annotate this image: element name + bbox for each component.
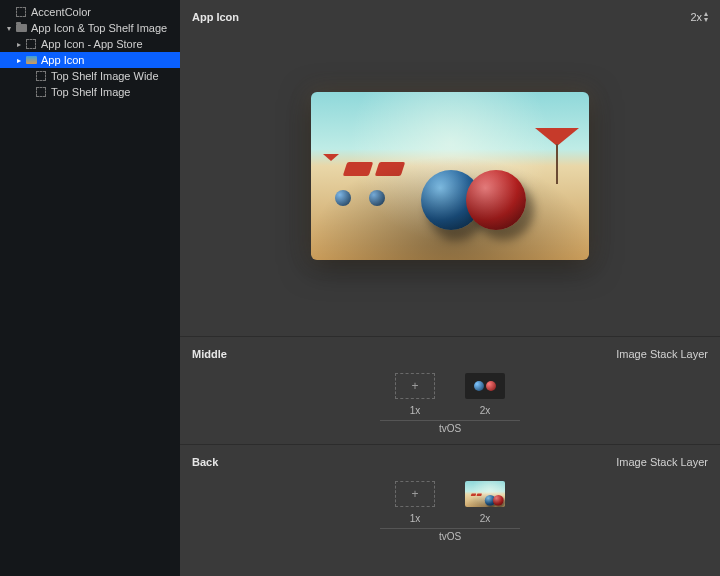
image-slot-2x: 2x bbox=[465, 481, 505, 524]
section-subtitle: Image Stack Layer bbox=[616, 348, 708, 360]
navigator-sidebar: AccentColor ▾ App Icon & Top Shelf Image… bbox=[0, 0, 180, 576]
image-slot-1x: + 1x bbox=[395, 373, 435, 416]
image-slot-2x: 2x bbox=[465, 373, 505, 416]
ball-blue-icon bbox=[474, 381, 484, 391]
section-header: Middle Image Stack Layer bbox=[192, 345, 708, 363]
sidebar-item-appicon-appstore[interactable]: ▸ App Icon - App Store bbox=[0, 36, 180, 52]
section-title: App Icon bbox=[192, 11, 239, 23]
slot-label: 2x bbox=[480, 513, 491, 524]
image-thumbnail[interactable] bbox=[465, 481, 505, 507]
image-well-empty[interactable]: + bbox=[395, 481, 435, 507]
slot-label: 2x bbox=[480, 405, 491, 416]
platform-row: tvOS bbox=[192, 528, 708, 542]
sidebar-item-label: Top Shelf Image bbox=[51, 86, 131, 98]
section-header: App Icon 2x bbox=[192, 8, 708, 26]
sidebar-item-label: AccentColor bbox=[31, 6, 91, 18]
sidebar-item-label: Top Shelf Image Wide bbox=[51, 70, 159, 82]
imageset-icon bbox=[34, 85, 48, 99]
ball-red-icon bbox=[486, 381, 496, 391]
sidebar-item-label: App Icon - App Store bbox=[41, 38, 143, 50]
stepper-icon bbox=[704, 11, 708, 23]
section-middle: Middle Image Stack Layer + 1x 2x tvOS bbox=[180, 337, 720, 444]
scale-value: 2x bbox=[690, 11, 702, 23]
image-slot-row: + 1x 2x bbox=[192, 481, 708, 524]
chevron-right-icon[interactable]: ▸ bbox=[14, 40, 24, 49]
imageset-icon bbox=[14, 5, 28, 19]
section-title: Back bbox=[192, 456, 218, 468]
section-appicon: App Icon 2x bbox=[180, 0, 720, 336]
imageset-icon bbox=[34, 69, 48, 83]
scale-picker[interactable]: 2x bbox=[690, 11, 708, 23]
chevron-down-icon[interactable]: ▾ bbox=[4, 24, 14, 33]
platform-label: tvOS bbox=[380, 528, 520, 542]
section-header: Back Image Stack Layer bbox=[192, 453, 708, 471]
sidebar-item-topshelf[interactable]: Top Shelf Image bbox=[0, 84, 180, 100]
imageset-icon bbox=[24, 37, 38, 51]
chevron-right-icon[interactable]: ▸ bbox=[14, 56, 24, 65]
folder-icon bbox=[14, 21, 28, 35]
section-back: Back Image Stack Layer + 1x bbox=[180, 445, 720, 552]
slot-label: 1x bbox=[410, 405, 421, 416]
image-thumbnail[interactable] bbox=[465, 373, 505, 399]
platform-label: tvOS bbox=[380, 420, 520, 434]
sidebar-item-appicon[interactable]: ▸ App Icon bbox=[0, 52, 180, 68]
platform-row: tvOS bbox=[192, 420, 708, 434]
section-subtitle: Image Stack Layer bbox=[616, 456, 708, 468]
slot-label: 1x bbox=[410, 513, 421, 524]
appicon-preview[interactable] bbox=[311, 92, 589, 260]
sidebar-item-appicon-topshelf[interactable]: ▾ App Icon & Top Shelf Image bbox=[0, 20, 180, 36]
app-root: AccentColor ▾ App Icon & Top Shelf Image… bbox=[0, 0, 720, 576]
beach-artwork bbox=[311, 92, 589, 260]
image-slot-1x: + 1x bbox=[395, 481, 435, 524]
image-well-empty[interactable]: + bbox=[395, 373, 435, 399]
sidebar-item-label: App Icon bbox=[41, 54, 84, 66]
appicon-icon bbox=[24, 53, 38, 67]
appicon-preview-area bbox=[192, 26, 708, 326]
asset-editor: App Icon 2x bbox=[180, 0, 720, 576]
sidebar-item-accentcolor[interactable]: AccentColor bbox=[0, 4, 180, 20]
image-slot-row: + 1x 2x bbox=[192, 373, 708, 416]
section-title: Middle bbox=[192, 348, 227, 360]
sidebar-item-topshelf-wide[interactable]: Top Shelf Image Wide bbox=[0, 68, 180, 84]
sidebar-item-label: App Icon & Top Shelf Image bbox=[31, 22, 167, 34]
